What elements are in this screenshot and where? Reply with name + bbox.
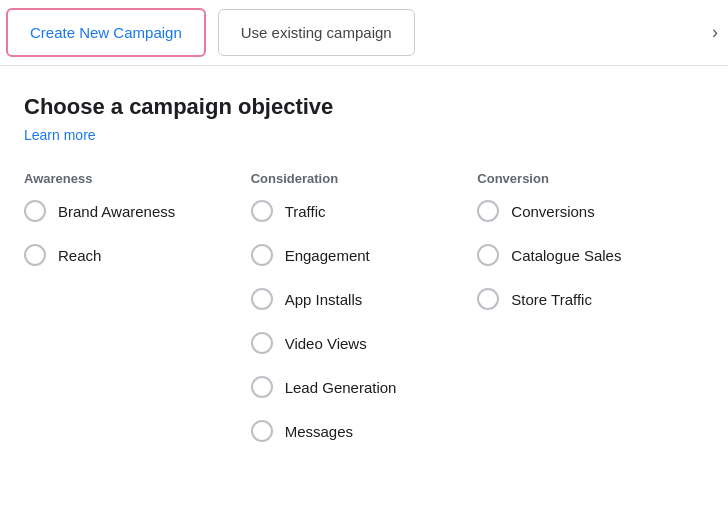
page-title: Choose a campaign objective <box>24 94 704 120</box>
column-consideration: ConsiderationTrafficEngagementApp Instal… <box>251 171 478 464</box>
objective-item[interactable]: App Installs <box>251 288 458 310</box>
objective-item[interactable]: Lead Generation <box>251 376 458 398</box>
objective-label: Lead Generation <box>285 379 397 396</box>
tab-bar: Create New Campaign Use existing campaig… <box>0 0 728 66</box>
col-header-1: Consideration <box>251 171 458 186</box>
main-content: Choose a campaign objective Learn more A… <box>0 66 728 488</box>
objective-label: Video Views <box>285 335 367 352</box>
col-header-0: Awareness <box>24 171 231 186</box>
column-awareness: AwarenessBrand AwarenessReach <box>24 171 251 464</box>
radio-circle <box>251 376 273 398</box>
objective-label: Store Traffic <box>511 291 592 308</box>
radio-circle <box>251 332 273 354</box>
radio-circle <box>477 288 499 310</box>
create-new-campaign-tab[interactable]: Create New Campaign <box>6 8 206 57</box>
col-header-2: Conversion <box>477 171 684 186</box>
objective-item[interactable]: Reach <box>24 244 231 266</box>
radio-circle <box>477 244 499 266</box>
radio-circle <box>24 244 46 266</box>
objective-label: Catalogue Sales <box>511 247 621 264</box>
chevron-right-icon: › <box>712 22 718 43</box>
objective-item[interactable]: Store Traffic <box>477 288 684 310</box>
radio-circle <box>24 200 46 222</box>
objective-item[interactable]: Conversions <box>477 200 684 222</box>
radio-circle <box>251 244 273 266</box>
objective-label: Messages <box>285 423 353 440</box>
objective-label: Brand Awareness <box>58 203 175 220</box>
objective-item[interactable]: Brand Awareness <box>24 200 231 222</box>
radio-circle <box>251 288 273 310</box>
objective-label: Engagement <box>285 247 370 264</box>
radio-circle <box>251 420 273 442</box>
objective-item[interactable]: Traffic <box>251 200 458 222</box>
radio-circle <box>251 200 273 222</box>
objective-item[interactable]: Video Views <box>251 332 458 354</box>
objective-label: App Installs <box>285 291 363 308</box>
objective-item[interactable]: Catalogue Sales <box>477 244 684 266</box>
objective-label: Reach <box>58 247 101 264</box>
objective-item[interactable]: Messages <box>251 420 458 442</box>
objective-item[interactable]: Engagement <box>251 244 458 266</box>
column-conversion: ConversionConversionsCatalogue SalesStor… <box>477 171 704 464</box>
use-existing-campaign-tab[interactable]: Use existing campaign <box>218 9 415 56</box>
objectives-grid: AwarenessBrand AwarenessReachConsiderati… <box>24 171 704 464</box>
learn-more-link[interactable]: Learn more <box>24 127 96 143</box>
radio-circle <box>477 200 499 222</box>
objective-label: Conversions <box>511 203 594 220</box>
objective-label: Traffic <box>285 203 326 220</box>
